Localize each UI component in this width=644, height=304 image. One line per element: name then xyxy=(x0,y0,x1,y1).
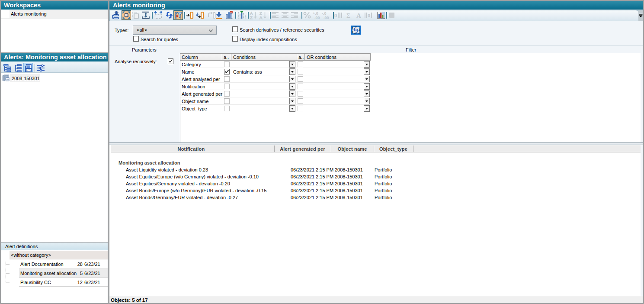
svg-text:Σ: Σ xyxy=(346,12,350,19)
svg-text:A: A xyxy=(260,15,263,20)
svg-text:.00: .00 xyxy=(324,16,329,20)
svg-text:+.0: +.0 xyxy=(313,11,318,16)
svg-text:0: 0 xyxy=(368,13,370,18)
svg-text:-.0: -.0 xyxy=(322,11,327,16)
svg-text:0: 0 xyxy=(334,13,337,18)
svg-text:Z: Z xyxy=(250,15,253,20)
svg-text:A: A xyxy=(356,12,361,19)
svg-text:.00: .00 xyxy=(314,16,320,20)
